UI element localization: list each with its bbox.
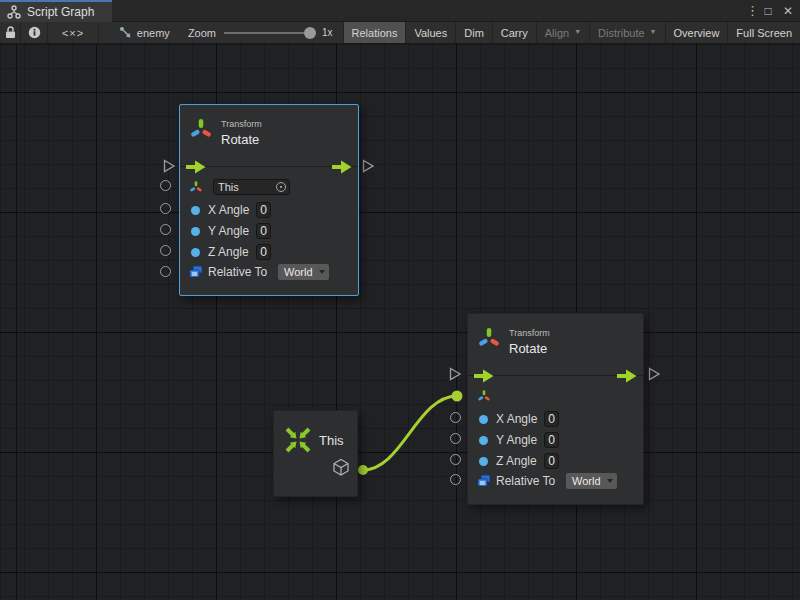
angle-input[interactable]: 0 — [256, 223, 271, 239]
zoom-slider-track — [224, 32, 310, 34]
gameobject-cube-icon[interactable] — [332, 458, 350, 477]
graph-toolbar: <×> enemy Zoom 1x Relations Values Dim C… — [0, 22, 800, 44]
transform-icon — [189, 180, 203, 195]
relative-to-dropdown[interactable]: World — [566, 473, 617, 489]
tab-label: Script Graph — [27, 5, 94, 19]
value-port-dot — [479, 415, 488, 424]
edit-source-button[interactable]: <×> — [48, 22, 99, 43]
port-label: X Angle — [496, 412, 544, 426]
value-port-dot — [479, 457, 488, 466]
node-category: Transform — [509, 328, 550, 338]
port-label: Z Angle — [496, 454, 544, 468]
value-input-port[interactable] — [160, 203, 171, 214]
this-node-label: This — [319, 433, 344, 448]
chevron-down-icon: ▼ — [650, 28, 657, 35]
self-icon — [284, 426, 312, 454]
node-title: Rotate — [509, 341, 550, 356]
value-input-port[interactable] — [450, 433, 461, 444]
node-category: Transform — [221, 119, 262, 129]
value-port-dot — [191, 227, 200, 236]
graph-icon — [119, 26, 132, 39]
angle-input[interactable]: 0 — [256, 202, 271, 218]
this-field-value: This — [214, 181, 276, 193]
graph-reference[interactable]: enemy — [105, 22, 174, 43]
angle-input[interactable]: 0 — [544, 411, 559, 427]
window-menu-icon[interactable]: ⋮ — [746, 2, 756, 20]
value-port-dot — [191, 206, 200, 215]
flow-arrow-icon — [332, 160, 352, 174]
zoom-value: 1x — [322, 27, 333, 38]
connection-wire — [0, 44, 800, 600]
this-object-field[interactable]: This — [213, 179, 290, 195]
info-button[interactable] — [21, 22, 48, 43]
relative-to-dropdown[interactable]: World — [278, 264, 329, 280]
port-label: Y Angle — [208, 224, 256, 238]
transform-icon — [477, 326, 501, 352]
transform-icon — [477, 389, 491, 404]
values-button[interactable]: Values — [406, 22, 456, 43]
zoom-slider-knob[interactable] — [304, 27, 316, 39]
lock-button[interactable] — [0, 22, 21, 43]
value-input-port[interactable] — [160, 245, 171, 256]
value-input-port[interactable] — [160, 224, 171, 235]
port-label: X Angle — [208, 203, 256, 217]
lock-icon — [5, 26, 16, 39]
carry-button[interactable]: Carry — [493, 22, 537, 43]
value-input-port[interactable] — [450, 412, 461, 423]
value-input-port[interactable] — [160, 266, 171, 277]
align-label: Align — [545, 27, 569, 39]
graph-name: enemy — [137, 27, 170, 39]
enum-icon — [189, 265, 203, 279]
transform-icon — [189, 117, 213, 143]
flow-input-port[interactable] — [449, 367, 462, 381]
angle-input[interactable]: 0 — [544, 432, 559, 448]
dim-button[interactable]: Dim — [456, 22, 493, 43]
port-label: Y Angle — [496, 433, 544, 447]
zoom-slider[interactable] — [224, 22, 316, 44]
flow-input-port[interactable] — [163, 159, 176, 173]
flow-arrow-icon — [474, 369, 494, 383]
node-title: Rotate — [221, 132, 262, 147]
window-titlebar: Script Graph ⋮ □ ✕ — [0, 0, 800, 22]
value-input-port[interactable] — [450, 474, 461, 485]
align-button[interactable]: Align ▼ — [537, 22, 590, 43]
graph-canvas[interactable]: Transform Rotate This X Angle 0 — [0, 44, 800, 600]
info-icon — [28, 26, 41, 39]
code-icon: <×> — [62, 27, 84, 39]
rotate-node-2[interactable]: Transform Rotate X Angle 0 Y Angle 0 — [467, 313, 644, 505]
value-input-port[interactable] — [160, 180, 171, 191]
flow-output-port[interactable] — [362, 159, 375, 173]
value-port-dot — [479, 436, 488, 445]
enum-icon — [477, 474, 491, 488]
flow-arrow-icon — [186, 160, 206, 174]
flow-output-port[interactable] — [648, 367, 661, 381]
port-label: Relative To — [496, 474, 566, 488]
close-icon[interactable]: ✕ — [780, 2, 796, 20]
value-port-dot — [191, 248, 200, 257]
script-graph-icon — [7, 5, 21, 19]
fullscreen-button[interactable]: Full Screen — [728, 22, 800, 43]
flow-arrow-icon — [617, 369, 637, 383]
value-input-port[interactable] — [450, 454, 461, 465]
port-label: Relative To — [208, 265, 278, 279]
port-label: Z Angle — [208, 245, 256, 259]
rotate-node-1[interactable]: Transform Rotate This X Angle 0 — [179, 104, 359, 296]
tab-script-graph[interactable]: Script Graph — [0, 0, 112, 22]
distribute-button[interactable]: Distribute ▼ — [590, 22, 665, 43]
relations-button[interactable]: Relations — [343, 22, 407, 43]
maximize-icon[interactable]: □ — [760, 2, 776, 20]
object-picker-icon[interactable] — [276, 182, 286, 192]
chevron-down-icon: ▼ — [574, 28, 581, 35]
angle-input[interactable]: 0 — [256, 244, 271, 260]
overview-button[interactable]: Overview — [666, 22, 729, 43]
distribute-label: Distribute — [598, 27, 644, 39]
angle-input[interactable]: 0 — [544, 453, 559, 469]
this-node[interactable]: This — [273, 410, 358, 497]
zoom-label: Zoom — [188, 27, 216, 39]
